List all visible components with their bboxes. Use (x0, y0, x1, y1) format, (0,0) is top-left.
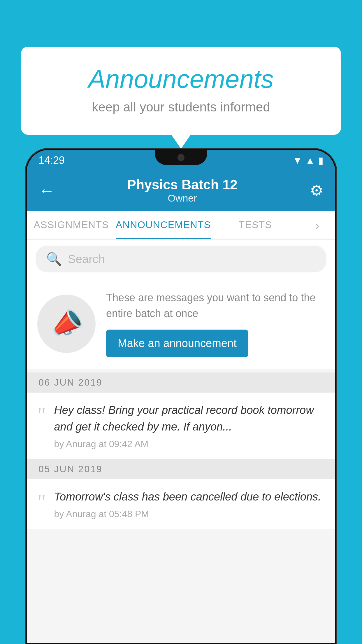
make-announcement-button[interactable]: Make an announcement (106, 330, 248, 357)
settings-icon[interactable]: ⚙ (310, 182, 324, 199)
megaphone-icon-circle: 📣 (37, 295, 96, 353)
announcement-by-2: by Anurag at 05:48 PM (54, 509, 325, 519)
phone-frame: 14:29 ▼ ▲ ▮ ← Physics Batch 12 Owner ⚙ (26, 149, 336, 644)
tab-announcements[interactable]: ANNOUNCEMENTS (116, 211, 211, 239)
phone-inner: 14:29 ▼ ▲ ▮ ← Physics Batch 12 Owner ⚙ (27, 150, 335, 643)
announcement-item-1[interactable]: " Hey class! Bring your practical record… (27, 393, 335, 459)
top-bar-title: Physics Batch 12 Owner (55, 177, 310, 204)
promo-card: 📣 These are messages you want to send to… (27, 278, 335, 369)
search-placeholder: Search (68, 253, 105, 266)
signal-icon: ▲ (305, 155, 315, 166)
wifi-icon: ▼ (293, 155, 302, 166)
megaphone-icon: 📣 (47, 304, 86, 342)
announcement-text-1: Hey class! Bring your practical record b… (54, 402, 325, 435)
date-separator-2: 05 JUN 2019 (27, 459, 335, 479)
search-bar-container: 🔍 Search (27, 240, 335, 278)
phone-screen: 14:29 ▼ ▲ ▮ ← Physics Batch 12 Owner ⚙ (27, 150, 335, 643)
tab-assignments[interactable]: ASSIGNMENTS (27, 211, 116, 239)
battery-icon: ▮ (318, 155, 324, 166)
search-input-wrap[interactable]: 🔍 Search (36, 246, 326, 272)
quote-icon-2: " (37, 491, 46, 512)
speech-bubble-container: Announcements keep all your students inf… (21, 47, 341, 135)
status-time: 14:29 (38, 154, 65, 167)
tab-tests[interactable]: TESTS (211, 211, 300, 239)
batch-name: Physics Batch 12 (55, 177, 310, 192)
notch (155, 150, 207, 165)
status-icons: ▼ ▲ ▮ (293, 155, 324, 166)
quote-icon-1: " (37, 404, 46, 425)
bubble-title: Announcements (44, 64, 318, 94)
tab-more[interactable]: › (300, 211, 335, 239)
promo-right: These are messages you want to send to t… (106, 290, 325, 357)
speech-bubble: Announcements keep all your students inf… (21, 47, 341, 135)
tabs-bar: ASSIGNMENTS ANNOUNCEMENTS TESTS › (27, 211, 335, 240)
promo-description: These are messages you want to send to t… (106, 290, 325, 321)
announcement-item-2[interactable]: " Tomorrow's class has been cancelled du… (27, 479, 335, 529)
date-separator-1: 06 JUN 2019 (27, 372, 335, 393)
notch-camera (178, 154, 184, 161)
announcement-text-wrap-1: Hey class! Bring your practical record b… (54, 402, 325, 449)
owner-label: Owner (55, 192, 310, 204)
back-button[interactable]: ← (38, 182, 55, 199)
search-icon: 🔍 (46, 251, 62, 267)
announcement-text-2: Tomorrow's class has been cancelled due … (54, 489, 325, 505)
announcement-by-1: by Anurag at 09:42 AM (54, 439, 325, 449)
screen-content: 🔍 Search 📣 These are messages you want t… (27, 240, 335, 643)
top-bar: ← Physics Batch 12 Owner ⚙ (27, 171, 335, 211)
bubble-subtitle: keep all your students informed (44, 100, 318, 114)
announcement-text-wrap-2: Tomorrow's class has been cancelled due … (54, 489, 325, 519)
